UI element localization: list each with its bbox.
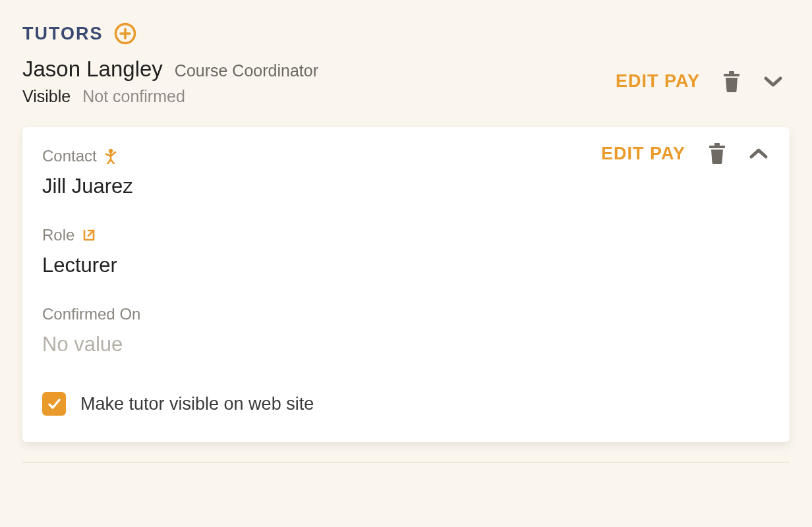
visible-checkbox-row: Make tutor visible on web site xyxy=(42,392,770,416)
open-role-link[interactable] xyxy=(81,227,97,243)
tutor-name: Jason Langley xyxy=(22,57,163,82)
chevron-down-icon xyxy=(763,76,783,88)
add-tutor-button[interactable] xyxy=(114,22,136,45)
confirmed-on-value[interactable]: No value xyxy=(42,333,770,356)
role-value[interactable]: Lecturer xyxy=(42,254,770,277)
tutor-status-line: Visible Not confirmed xyxy=(22,87,616,106)
svg-rect-6 xyxy=(714,143,720,146)
chevron-up-icon xyxy=(749,148,768,159)
confirmed-on-label-row: Confirmed On xyxy=(42,305,770,323)
tutor-row-collapsed: Jason Langley Course Coordinator Visible… xyxy=(22,57,790,127)
role-label: Role xyxy=(42,226,74,244)
contact-value[interactable]: Jill Juarez xyxy=(42,175,770,198)
edit-pay-button[interactable]: EDIT PAY xyxy=(601,144,685,164)
trash-icon xyxy=(708,143,726,164)
tutor-confirmation: Not confirmed xyxy=(82,87,185,106)
edit-pay-button[interactable]: EDIT PAY xyxy=(616,71,700,92)
person-icon xyxy=(103,148,118,164)
svg-rect-5 xyxy=(709,146,725,148)
role-field: Role Lecturer xyxy=(42,226,770,277)
tutor-name-line: Jason Langley Course Coordinator xyxy=(22,57,616,82)
role-label-row: Role xyxy=(42,226,770,244)
visible-checkbox[interactable] xyxy=(42,392,66,416)
delete-tutor-button[interactable] xyxy=(722,71,741,92)
confirmed-on-label: Confirmed On xyxy=(42,305,140,323)
svg-rect-4 xyxy=(729,71,734,74)
tutor-card-actions: EDIT PAY xyxy=(601,143,768,164)
tutor-actions: EDIT PAY xyxy=(616,71,790,92)
section-header: TUTORS xyxy=(22,22,790,45)
tutor-card-expanded: EDIT PAY Contact xyxy=(22,127,790,442)
tutor-visibility: Visible xyxy=(22,87,71,106)
contact-label: Contact xyxy=(42,147,97,165)
tutor-role: Course Coordinator xyxy=(175,61,318,80)
expand-tutor-button[interactable] xyxy=(763,76,783,88)
check-icon xyxy=(46,396,62,412)
plus-circle-icon xyxy=(114,22,136,45)
visible-checkbox-label: Make tutor visible on web site xyxy=(80,394,314,414)
delete-tutor-button[interactable] xyxy=(708,143,726,164)
confirmed-on-field: Confirmed On No value xyxy=(42,305,770,356)
external-link-icon xyxy=(81,227,97,243)
section-title: TUTORS xyxy=(22,24,103,44)
tutors-section: TUTORS Jason Langley Course Coordinator … xyxy=(0,0,812,462)
collapse-tutor-button[interactable] xyxy=(749,148,768,159)
svg-rect-3 xyxy=(724,74,740,76)
tutor-info: Jason Langley Course Coordinator Visible… xyxy=(22,57,616,106)
divider xyxy=(22,462,790,462)
trash-icon xyxy=(722,71,741,92)
